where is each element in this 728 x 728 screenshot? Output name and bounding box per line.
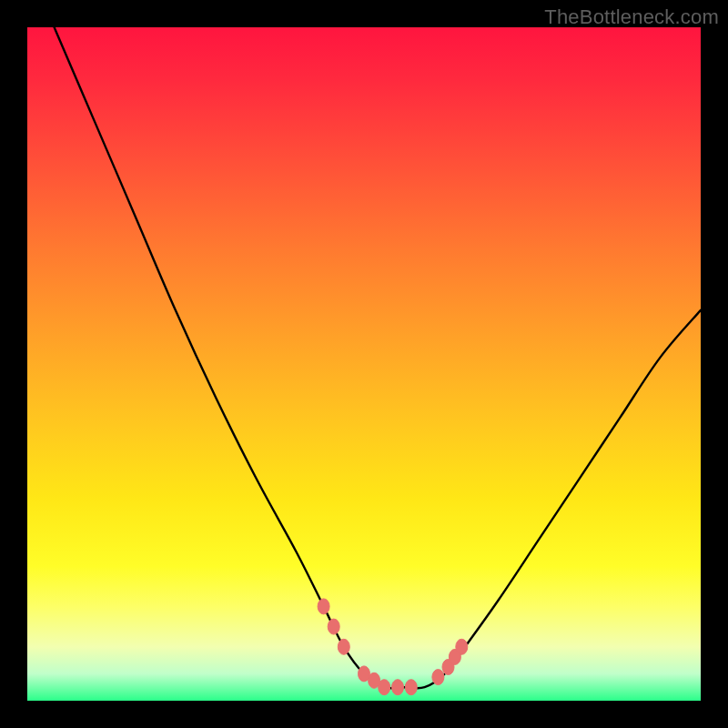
bottleneck-curve xyxy=(55,27,701,688)
highlight-marker xyxy=(432,670,444,685)
highlight-marker xyxy=(456,639,468,654)
highlight-marker xyxy=(405,680,417,695)
curve-svg xyxy=(27,27,701,701)
highlight-marker xyxy=(328,619,339,634)
marker-group xyxy=(318,599,468,695)
plot-area xyxy=(27,27,701,701)
highlight-marker xyxy=(379,680,390,695)
watermark-text: TheBottleneck.com xyxy=(544,5,719,29)
highlight-marker xyxy=(318,599,329,614)
highlight-marker xyxy=(338,639,349,654)
chart-frame: TheBottleneck.com xyxy=(0,0,728,728)
highlight-marker xyxy=(392,680,404,695)
